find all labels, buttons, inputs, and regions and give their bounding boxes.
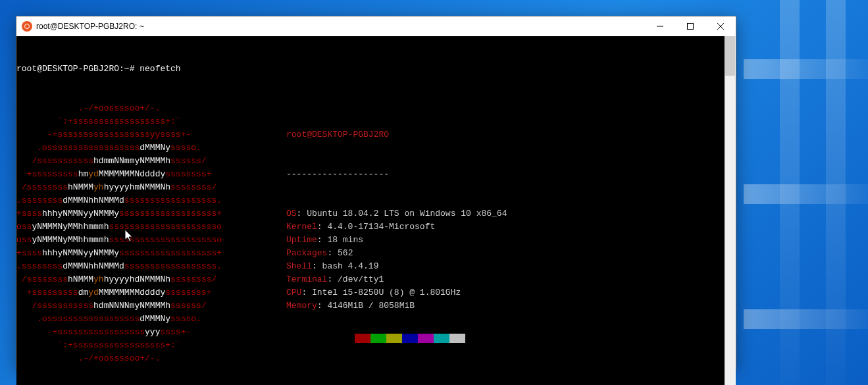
logo-line: /sssssssshNMMMyhhyyyyhdNMMMNhssssssss/ [16, 273, 273, 286]
info-row: Terminal: /dev/tty1 [286, 273, 725, 286]
logo-line: -+ssssssssssssssssssyyssss+- [16, 128, 273, 141]
logo-line: .ssssssssdMMMNhhNMMMdssssssssssssssssss. [16, 194, 273, 207]
logo-line: /sssssssshNMMMyhhyyyyhmNMMMNhssssssss/ [16, 181, 273, 194]
info-header: root@DESKTOP-PGBJ2RO [286, 128, 725, 141]
prompt-line: root@DESKTOP-PGBJ2RO:~# neofetch [16, 63, 725, 76]
minimize-button[interactable] [645, 16, 675, 36]
svg-rect-1 [688, 24, 694, 30]
color-swatch [355, 334, 370, 343]
ascii-logo: .-/+oossssoo+/-. `:+ssssssssssssssssss+:… [16, 102, 273, 365]
window-title: root@DESKTOP-PGBJ2RO: ~ [36, 22, 645, 31]
ubuntu-icon [22, 21, 32, 32]
color-swatches [355, 334, 465, 343]
scrollbar[interactable]: ▾ [725, 36, 736, 385]
info-row: Memory: 4146MiB / 8058MiB [286, 299, 725, 313]
info-row: Uptime: 18 mins [286, 234, 725, 247]
color-swatch [434, 334, 449, 343]
color-swatch [370, 334, 386, 343]
logo-line: .-/+oossssoo+/-. [16, 102, 273, 115]
system-info: root@DESKTOP-PGBJ2RO -------------------… [273, 102, 725, 365]
close-button[interactable] [705, 16, 736, 36]
logo-line: .-/+oossssoo+/-. [16, 352, 273, 365]
titlebar[interactable]: root@DESKTOP-PGBJ2RO: ~ [16, 16, 736, 36]
logo-line: .ssssssssdMMMNhhNMMMdssssssssssssssssss. [16, 260, 273, 273]
color-swatch [386, 334, 402, 343]
info-divider: -------------------- [286, 168, 725, 181]
logo-line: /ssssssssssshdmNNNNmyNMMMMhssssss/ [16, 299, 273, 313]
logo-line: /ssssssssssshdmmNNmmyNMMMMhssssss/ [16, 155, 273, 168]
info-row: Shell: bash 4.4.19 [286, 260, 725, 273]
info-row: CPU: Intel i5-8250U (8) @ 1.801GHz [286, 286, 725, 299]
logo-line: `:+ssssssssssssssssss+:` [16, 339, 273, 352]
logo-line: .ossssssssssssssssssdMMMNysssso. [16, 313, 273, 326]
terminal-output[interactable]: root@DESKTOP-PGBJ2RO:~# neofetch .-/+oos… [16, 36, 725, 385]
logo-line: .ossssssssssssssssssdMMMNysssso. [16, 141, 273, 155]
maximize-button[interactable] [675, 16, 705, 36]
info-row: Kernel: 4.4.0-17134-Microsoft [286, 220, 725, 234]
logo-line: +sssssssssdmydMMMMMMMMddddyssssssss+ [16, 286, 273, 299]
info-row: OS: Ubuntu 18.04.2 LTS on Windows 10 x86… [286, 207, 725, 220]
color-swatch [402, 334, 418, 343]
logo-line: +sssshhhyNMMNyyNMMMysssssssssssssssssss+ [16, 207, 273, 220]
info-row: Packages: 562 [286, 247, 725, 260]
logo-line: +ssssssssshmydMMMMMMMNddddyssssssss+ [16, 168, 273, 181]
logo-line: +sssshhhyNMMNyyNMMMysssssssssssssssssss+ [16, 247, 273, 260]
scrollbar-thumb[interactable] [725, 36, 735, 76]
logo-line: ossyNMMMNyMMhhmmmhssssssssssssssssssssso [16, 234, 273, 247]
color-swatch [449, 334, 465, 343]
color-swatch [418, 334, 434, 343]
logo-line: ossyNMMMNyMMhhmmmhssssssssssssssssssssso [16, 220, 273, 234]
logo-line: `:+ssssssssssssssssss+:` [16, 115, 273, 128]
logo-line: -+sssssssssssssssssyyyssss+- [16, 326, 273, 339]
terminal-window: root@DESKTOP-PGBJ2RO: ~ root@DESKTOP-PGB… [16, 16, 736, 370]
